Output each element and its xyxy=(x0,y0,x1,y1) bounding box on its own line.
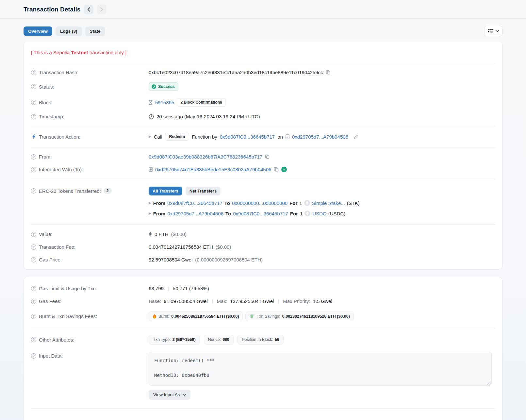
transaction-action-label: Transaction Action: xyxy=(39,134,80,140)
svg-text:$: $ xyxy=(251,315,253,318)
timestamp-row: ? Timestamp: 20 secs ago (May-16-2024 03… xyxy=(31,110,495,123)
burnt-fee-badge: Burnt: 0.004625086218756584 ETH ($0.00) xyxy=(149,311,243,321)
txn-type-chip: Txn Type: 2 (EIP-1559) xyxy=(149,335,200,344)
action-from-address-link[interactable]: 0x9d087fC0...36645b717 xyxy=(220,134,275,140)
tab-bar: Overview Logs (3) State xyxy=(24,26,502,36)
money-wings-icon: $ xyxy=(249,314,255,318)
erc20-transfers-row: ? ERC-20 Tokens Transferred: 2 All Trans… xyxy=(31,182,495,220)
clock-icon xyxy=(149,114,154,119)
chevron-left-icon xyxy=(87,7,90,12)
gas-usage-value: 50,771 (79.58%) xyxy=(173,286,209,291)
tab-state[interactable]: State xyxy=(85,26,105,36)
action-contract-link[interactable]: 0xd29705d7...A79b04506 xyxy=(292,134,348,140)
help-icon[interactable]: ? xyxy=(31,154,36,160)
help-icon[interactable]: ? xyxy=(31,257,36,262)
details-card: ? Gas Limit & Usage by Txn: 63,799 | 50,… xyxy=(24,277,502,420)
input-data-container: Function: redeem() *** MethodID: 0xbe040… xyxy=(149,352,492,386)
help-icon[interactable]: ? xyxy=(31,100,36,105)
copy-icon[interactable] xyxy=(274,167,279,172)
transfer-row: ▶ From 0x9d087fC0...36645b717 To 0x00000… xyxy=(149,200,360,206)
help-icon[interactable]: ? xyxy=(31,353,36,359)
help-icon[interactable]: ? xyxy=(31,337,36,342)
help-icon[interactable]: ? xyxy=(31,232,36,237)
transfer-token-link[interactable]: USDC xyxy=(312,211,326,216)
divider xyxy=(31,225,495,225)
previous-transaction-button[interactable] xyxy=(84,5,93,14)
page-title: Transaction Details xyxy=(24,6,80,13)
overview-card: [ This is a Sepolia Testnet transaction … xyxy=(24,41,502,270)
gas-price-value: 92.597008504 Gwei xyxy=(149,257,192,262)
transfer-token-link[interactable]: Simple Stake... xyxy=(312,200,345,206)
copy-icon[interactable] xyxy=(326,70,331,75)
transfer-from-link[interactable]: 0x9d087fC0...36645b717 xyxy=(167,200,222,206)
copy-icon[interactable] xyxy=(265,154,270,159)
help-icon[interactable]: ? xyxy=(31,314,36,319)
other-attributes-row: ? Other Attributes: Txn Type: 2 (EIP-155… xyxy=(31,331,495,348)
chevron-right-icon xyxy=(100,7,103,12)
from-label: From: xyxy=(39,154,52,160)
action-function-by-text: Function by xyxy=(192,134,217,140)
help-icon[interactable]: ? xyxy=(31,188,36,193)
help-icon[interactable]: ? xyxy=(31,114,36,119)
help-icon[interactable]: ? xyxy=(31,70,36,75)
transfer-amount: 1 xyxy=(299,200,302,206)
burnt-savings-row: ? Burnt & Txn Savings Fees: Burnt: 0.004… xyxy=(31,308,495,325)
block-row: ? Block: 5915365 2 Block Confirmations xyxy=(31,94,495,110)
gas-fees-row: ? Gas Fees: Base: 91.097008504 Gwei | Ma… xyxy=(31,295,495,308)
value-row: ? Value: 0 ETH ($0.00) xyxy=(31,228,495,241)
tab-overview[interactable]: Overview xyxy=(24,26,52,36)
max-fee-value: 137.95255041 Gwei xyxy=(230,298,274,304)
help-icon[interactable]: ? xyxy=(31,244,36,250)
burnt-fee-value: 0.004625086218756584 ETH ($0.00) xyxy=(171,314,239,319)
action-method-chip[interactable]: Redeem xyxy=(165,133,189,141)
transfer-to-link[interactable]: 0x00000000...000000000 xyxy=(232,200,288,206)
transfer-token-symbol: (STK) xyxy=(347,200,359,206)
check-circle-icon xyxy=(152,84,156,89)
edit-pencil-icon[interactable] xyxy=(353,134,358,139)
chevron-down-icon xyxy=(183,394,186,396)
chevron-down-icon xyxy=(496,30,499,32)
transfers-tabs: All Transfers Net Transfers xyxy=(149,187,221,195)
divider xyxy=(31,126,495,126)
next-transaction-button[interactable] xyxy=(97,5,107,14)
block-number-link[interactable]: 5915365 xyxy=(155,100,174,105)
block-confirmations-badge: 2 Block Confirmations xyxy=(177,98,225,107)
caret-right-icon[interactable]: ▶ xyxy=(149,201,151,205)
transaction-hash-label: Transaction Hash: xyxy=(39,70,78,75)
input-data-textarea[interactable]: Function: redeem() *** MethodID: 0xbe040… xyxy=(149,352,492,386)
caret-right-icon[interactable]: ▶ xyxy=(149,135,151,138)
header-divider xyxy=(0,18,526,19)
input-data-label: Input Data: xyxy=(39,353,63,359)
tab-logs[interactable]: Logs (3) xyxy=(56,26,82,36)
from-address-link[interactable]: 0x9d087fC03ae39b088326b67fA3C788236645b7… xyxy=(149,154,262,160)
to-address-link[interactable]: 0xd29705d74d1Ea335bBede15E3c0803aA79b045… xyxy=(155,167,271,172)
help-icon[interactable]: ? xyxy=(31,299,36,304)
value-label: Value: xyxy=(39,231,52,237)
help-icon[interactable]: ? xyxy=(31,167,36,172)
tab-all-transfers[interactable]: All Transfers xyxy=(149,187,182,195)
txn-savings-value: 0.002302746218109526 ETH ($0.00) xyxy=(282,314,350,319)
value-usd: ($0.00) xyxy=(171,231,187,237)
interacted-with-label: Interacted With (To): xyxy=(39,167,83,172)
card-bottom-spacer xyxy=(31,412,495,420)
status-text: Success xyxy=(158,84,175,89)
tab-net-transfers[interactable]: Net Transfers xyxy=(186,187,221,195)
max-priority-fee-value: 1.5 Gwei xyxy=(313,298,332,304)
token-icon xyxy=(304,210,310,216)
help-icon[interactable]: ? xyxy=(31,84,36,89)
gas-limit-label: Gas Limit & Usage by Txn: xyxy=(39,286,97,291)
transaction-hash-value: 0xbc1e023c07d18ea9a7c2e6f331efc1a5a2a0b3… xyxy=(149,70,323,75)
caret-right-icon[interactable]: ▶ xyxy=(149,212,151,215)
view-input-as-button[interactable]: View Input As xyxy=(149,390,190,400)
transfer-from-link[interactable]: 0xd29705d7...A79b04506 xyxy=(167,211,223,216)
divider xyxy=(31,179,495,179)
divider xyxy=(31,409,495,409)
from-row: ? From: 0x9d087fC03ae39b088326b67fA3C788… xyxy=(31,150,495,163)
eth-diamond-icon xyxy=(149,232,152,237)
burnt-savings-label: Burnt & Txn Savings Fees: xyxy=(39,313,97,319)
transfer-to-link[interactable]: 0x9d087fC0...36645b717 xyxy=(233,211,288,216)
status-badge: Success xyxy=(149,82,178,91)
display-options-button[interactable] xyxy=(484,26,502,36)
help-icon[interactable]: ? xyxy=(31,286,36,291)
base-fee-value: 91.097008504 Gwei xyxy=(164,298,207,304)
